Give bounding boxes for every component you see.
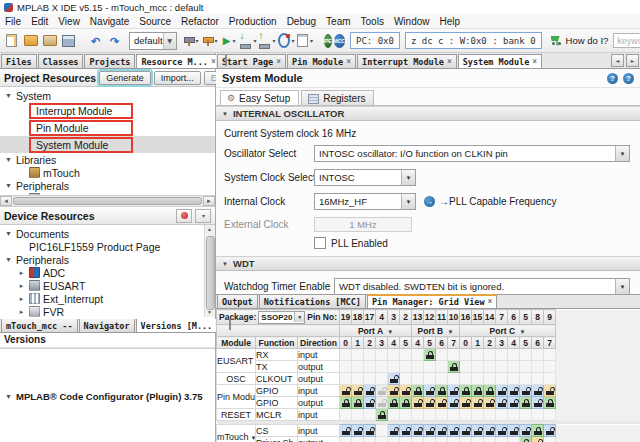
read-device-button[interactable]: ↑▾	[259, 32, 276, 49]
pin-cell-RA1[interactable]	[352, 361, 364, 373]
pin-cell-RC3[interactable]	[496, 385, 508, 397]
port-group-port-a[interactable]: Port A ▼	[340, 325, 412, 337]
tab-notifications-mcc[interactable]: Notifications [MCC]	[259, 294, 366, 308]
pin-cell-RA5[interactable]	[400, 437, 412, 442]
tab-close-icon[interactable]: ×	[447, 59, 452, 65]
pin-cell-RB4[interactable]	[412, 397, 424, 409]
pin-cell-RC0[interactable]	[460, 425, 472, 437]
tab-close-icon[interactable]: ×	[488, 299, 493, 305]
project-tree-item-interrupt-module[interactable]: Interrupt Module	[0, 102, 215, 119]
pin-cell-RC3[interactable]	[496, 361, 508, 373]
save-all-button[interactable]	[60, 32, 77, 49]
pin-cell-RC7[interactable]	[544, 409, 556, 421]
scroll-right-icon[interactable]: ►	[203, 196, 215, 206]
pin-cell-RC3[interactable]	[496, 425, 508, 437]
pin-cell-RA0[interactable]	[340, 385, 352, 397]
device-tree-item-pic16lf1559-product-page[interactable]: PIC16LF1559 Product Page	[0, 240, 215, 253]
chevron-down-icon[interactable]: ▾	[163, 33, 176, 49]
pin-cell-RB6[interactable]	[436, 373, 448, 385]
tab-mtouch-mcc[interactable]: mTouch_mcc --	[1, 318, 78, 332]
device-tree-item-eusart[interactable]: ▸EUSART	[0, 279, 215, 292]
chevron-down-icon[interactable]: ▼	[401, 194, 415, 209]
pin-cell-RC1[interactable]	[472, 385, 484, 397]
pin-cell-RA4[interactable]	[388, 373, 400, 385]
pin-cell-RC1[interactable]	[472, 349, 484, 361]
pin-cell-RC6[interactable]	[532, 361, 544, 373]
subtab-easy-setup[interactable]: ⚙Easy Setup	[220, 90, 299, 105]
bit-header[interactable]: 5	[400, 337, 412, 349]
pin-cell-RA3[interactable]	[376, 425, 388, 437]
tab-classes[interactable]: Classes	[38, 54, 84, 68]
pin-cell-RA0[interactable]	[340, 437, 352, 442]
project-tree-item-system-module[interactable]: System Module	[0, 136, 215, 153]
chevron-down-icon[interactable]: ▼	[615, 279, 629, 294]
pin-cell-RC6[interactable]	[532, 397, 544, 409]
pin-cell-RB7[interactable]	[448, 361, 460, 373]
pin-cell-RB7[interactable]	[448, 425, 460, 437]
pin-cell-RC0[interactable]	[460, 437, 472, 442]
pin-cell-RC5[interactable]	[520, 437, 532, 442]
pin-cell-RB6[interactable]	[436, 349, 448, 361]
pin-cell-RC1[interactable]	[472, 437, 484, 442]
editor-tab-system-module[interactable]: System Module×	[458, 54, 542, 68]
pin-number-header[interactable]: 4	[376, 310, 388, 325]
pin-cell-RC1[interactable]	[472, 425, 484, 437]
bit-header[interactable]: 3	[496, 337, 508, 349]
project-tree-item-peripherals[interactable]: ▼Peripherals	[0, 179, 215, 192]
pin-cell-RA4[interactable]	[388, 437, 400, 442]
pin-cell-RA4[interactable]	[388, 397, 400, 409]
bit-header[interactable]: 7	[544, 337, 556, 349]
pin-cell-RC0[interactable]	[460, 361, 472, 373]
pin-cell-RC2[interactable]	[484, 425, 496, 437]
port-group-port-b[interactable]: Port B ▼	[412, 325, 460, 337]
menu-navigate[interactable]: Navigate	[85, 16, 134, 27]
pin-cell-RC5[interactable]	[520, 349, 532, 361]
pin-cell-RB5[interactable]	[424, 349, 436, 361]
pin-cell-RA5[interactable]	[400, 425, 412, 437]
subtab-registers[interactable]: Registers	[301, 90, 374, 105]
menu-help[interactable]: Help	[434, 16, 465, 27]
mcc-icon[interactable]: MCC	[334, 34, 345, 48]
pin-number-header[interactable]: 15	[472, 310, 484, 325]
pin-cell-RA1[interactable]	[352, 437, 364, 442]
project-tree-item-pin-module[interactable]: Pin Module	[0, 119, 215, 136]
pin-cell-RC3[interactable]	[496, 373, 508, 385]
bit-header[interactable]: 6	[436, 337, 448, 349]
bit-header[interactable]: 0	[340, 337, 352, 349]
pin-cell-RC4[interactable]	[508, 361, 520, 373]
pin-cell-RB7[interactable]	[448, 373, 460, 385]
pin-cell-RA2[interactable]	[364, 373, 376, 385]
new-file-button[interactable]	[3, 32, 20, 49]
pin-number-header[interactable]: 2	[400, 310, 412, 325]
pin-cell-RA3[interactable]	[376, 409, 388, 421]
bit-header[interactable]: 5	[424, 337, 436, 349]
chevron-down-icon[interactable]: ▼	[294, 312, 304, 322]
pin-cell-RC5[interactable]	[520, 373, 532, 385]
tab-output[interactable]: Output	[217, 294, 258, 308]
pin-cell-RB5[interactable]	[424, 373, 436, 385]
pin-cell-RA0[interactable]	[340, 373, 352, 385]
pin-cell-RB4[interactable]	[412, 409, 424, 421]
pin-cell-RB7[interactable]	[448, 349, 460, 361]
menu-view[interactable]: View	[53, 16, 85, 27]
ipe-icon[interactable]: IPE	[324, 34, 332, 48]
pin-cell-RC1[interactable]	[472, 409, 484, 421]
pin-cell-RC7[interactable]	[544, 361, 556, 373]
pin-cell-RC5[interactable]	[520, 397, 532, 409]
pin-cell-RB6[interactable]	[436, 385, 448, 397]
chevron-down-icon[interactable]: ▼	[401, 170, 415, 185]
pin-cell-RA4[interactable]	[388, 385, 400, 397]
module-cell-pin-module[interactable]: Pin Module▼	[217, 385, 256, 409]
expander-icon[interactable]: ▼	[4, 92, 13, 99]
module-cell-mtouch[interactable]: mTouch▼	[217, 425, 256, 442]
pin-cell-RC3[interactable]	[496, 397, 508, 409]
internal-clock-select[interactable]: 16MHz_HF ▼	[314, 193, 416, 210]
pin-cell-RA3[interactable]	[376, 437, 388, 442]
pin-cell-RB4[interactable]	[412, 373, 424, 385]
pin-cell-RA1[interactable]	[352, 349, 364, 361]
tab-resource-m[interactable]: Resource M...×	[136, 54, 220, 68]
project-tree-item-libraries[interactable]: ▼Libraries	[0, 153, 215, 166]
pin-number-header[interactable]: 7	[496, 310, 508, 325]
pin-number-header[interactable]: 17	[364, 310, 376, 325]
menu-file[interactable]: File	[0, 16, 26, 27]
